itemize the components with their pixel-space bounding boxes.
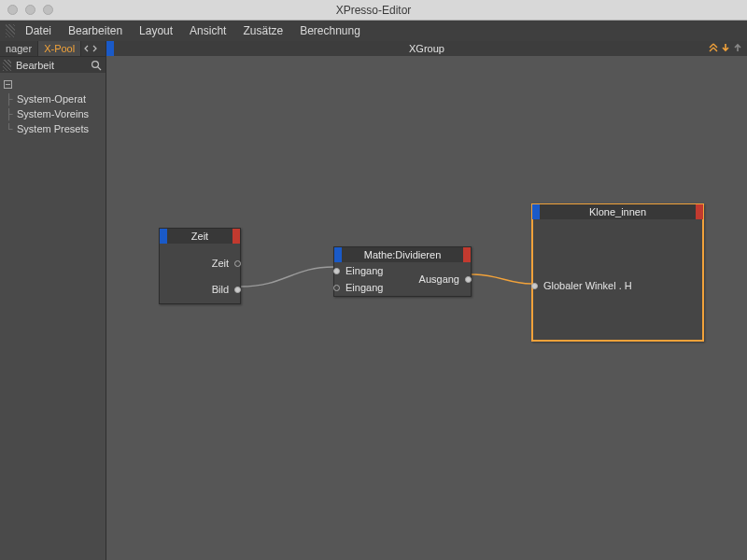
zoom-window-button[interactable] — [43, 5, 53, 15]
xgroup-title: XGroup — [106, 43, 747, 54]
minimize-window-button[interactable] — [25, 5, 35, 15]
node-zeit[interactable]: Zeit Zeit Bild — [159, 228, 241, 304]
output-chip-icon — [696, 204, 703, 219]
node-title-label: Mathe:Dividieren — [334, 249, 471, 260]
sidebar-tree: ├ System-Operat ├ System-Voreins └ Syste… — [0, 73, 106, 140]
tree-label: System Presets — [17, 123, 89, 134]
sidebar: nager X-Pool Bearbeit ├ System-Operat — [0, 41, 106, 560]
canvas-nav-arrows[interactable] — [708, 42, 743, 53]
output-port[interactable] — [234, 260, 241, 267]
port-row[interactable]: Bild — [160, 281, 240, 298]
tree-row[interactable]: ├ System-Operat — [0, 91, 106, 106]
tab-scroll-arrows[interactable] — [81, 41, 100, 56]
search-icon[interactable] — [90, 59, 103, 72]
canvas-area: XGroup Zeit Zeit — [106, 41, 747, 560]
filter-row: Bearbeit — [0, 56, 106, 73]
menu-zusaetze[interactable]: Zusätze — [234, 21, 291, 41]
grip-icon[interactable] — [6, 24, 15, 37]
port-label: Ausgang — [412, 273, 467, 285]
filter-field[interactable]: Bearbeit — [13, 60, 88, 71]
input-port[interactable] — [333, 285, 340, 291]
port-row[interactable]: Eingang — [334, 262, 394, 279]
node-title[interactable]: Mathe:Dividieren — [334, 247, 471, 262]
port-row[interactable]: Ausgang — [396, 271, 471, 287]
output-chip-icon — [463, 247, 471, 262]
port-label: Zeit — [204, 258, 236, 269]
menu-ansicht[interactable]: Ansicht — [181, 21, 234, 41]
nav-down-icon[interactable] — [720, 42, 731, 53]
node-klone-innen[interactable]: Klone_innen Globaler Winkel . H — [531, 203, 704, 342]
tree-row[interactable]: └ System Presets — [0, 121, 106, 136]
tree-branch-icon: └ — [4, 123, 15, 134]
node-title-label: Zeit — [160, 231, 240, 242]
svg-point-0 — [92, 61, 99, 67]
titlebar: XPresso-Editor — [0, 0, 747, 21]
menubar: Datei Bearbeiten Layout Ansicht Zusätze … — [0, 21, 747, 41]
node-canvas[interactable]: Zeit Zeit Bild Mathe:Dividieren — [106, 56, 747, 560]
sidebar-tabs: nager X-Pool — [0, 41, 106, 56]
menu-bearbeiten[interactable]: Bearbeiten — [60, 21, 131, 41]
nav-up-icon[interactable] — [732, 42, 743, 53]
port-label: Eingang — [338, 282, 390, 293]
traffic-lights — [7, 5, 53, 15]
output-port[interactable] — [465, 276, 472, 283]
menu-berechnung[interactable]: Berechnung — [291, 21, 369, 41]
tab-xpool[interactable]: X-Pool — [38, 41, 81, 56]
tree-row[interactable] — [0, 77, 106, 91]
port-label: Bild — [204, 284, 236, 295]
tree-branch-icon: ├ — [4, 108, 15, 119]
nav-out-icon[interactable] — [708, 42, 719, 53]
collapse-icon[interactable] — [4, 80, 12, 89]
input-port[interactable] — [333, 268, 340, 274]
canvas-header[interactable]: XGroup — [106, 41, 747, 56]
node-title[interactable]: Klone_innen — [532, 204, 703, 219]
node-title[interactable]: Zeit — [160, 229, 240, 244]
node-mathe-dividieren[interactable]: Mathe:Dividieren Eingang Eingang — [333, 246, 472, 297]
tree-branch-icon: ├ — [4, 93, 15, 105]
port-row[interactable]: Zeit — [160, 255, 240, 272]
tab-manager[interactable]: nager — [0, 41, 38, 56]
grip-icon[interactable] — [3, 60, 11, 71]
port-label: Globaler Winkel . H — [536, 280, 640, 291]
tree-label: System-Voreins — [17, 108, 89, 119]
output-chip-icon — [233, 229, 240, 244]
svg-line-1 — [98, 66, 101, 69]
input-chip-icon — [106, 41, 114, 56]
close-window-button[interactable] — [7, 5, 18, 15]
output-port[interactable] — [234, 287, 241, 293]
port-row[interactable]: Globaler Winkel . H — [532, 277, 703, 294]
port-label: Eingang — [338, 265, 390, 276]
node-title-label: Klone_innen — [532, 206, 703, 217]
tree-row[interactable]: ├ System-Voreins — [0, 106, 106, 121]
tree-label: System-Operat — [17, 93, 86, 105]
input-port[interactable] — [531, 283, 538, 289]
menu-datei[interactable]: Datei — [17, 21, 60, 41]
window-title: XPresso-Editor — [0, 4, 747, 17]
port-row[interactable]: Eingang — [334, 279, 394, 296]
menu-layout[interactable]: Layout — [131, 21, 181, 41]
